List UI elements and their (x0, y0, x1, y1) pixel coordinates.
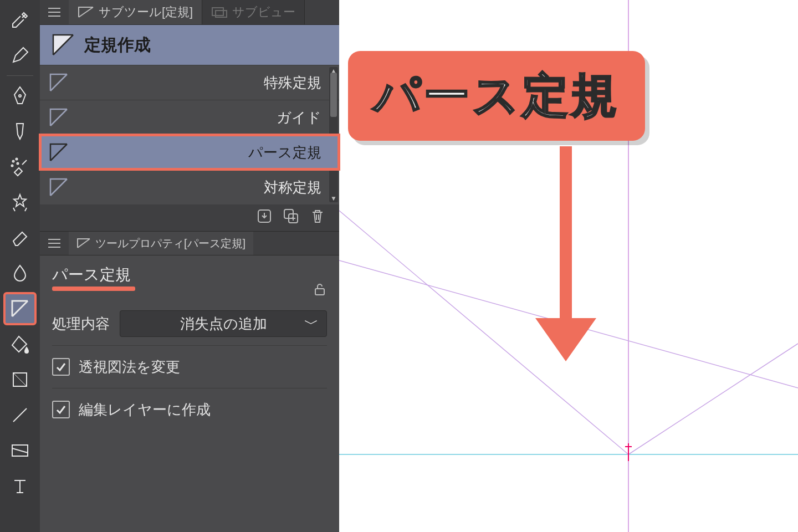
subtool-tab-row: サブツール[定規] サブビュー (40, 0, 339, 25)
fill-tool[interactable] (4, 329, 35, 360)
process-value: 消失点の追加 (180, 314, 267, 334)
toolproperty-body: パース定規 処理内容 消失点の追加 ﹀ 透視図法を変更 編集レイヤーに作成 (40, 255, 339, 532)
process-select[interactable]: 消失点の追加 ﹀ (120, 310, 327, 337)
svg-rect-8 (216, 11, 227, 17)
unlock-icon[interactable] (313, 282, 327, 300)
pen-tool[interactable] (4, 40, 35, 71)
decoration-tool[interactable] (4, 187, 35, 218)
subtool-item-perspective[interactable]: パース定規 (40, 135, 339, 170)
gradient-tool[interactable] (4, 364, 35, 395)
subtool-actions (40, 204, 339, 231)
separator (52, 345, 327, 346)
checkbox-create-on-edit-layer[interactable]: 編集レイヤーに作成 (52, 394, 327, 425)
tab-subview[interactable]: サブビュー (202, 0, 305, 24)
airbrush-tool[interactable] (4, 151, 35, 182)
subtool-item-label: 対称定規 (75, 178, 327, 197)
checkbox-change-perspective[interactable]: 透視図法を変更 (52, 351, 327, 382)
blend-tool[interactable] (4, 258, 35, 289)
svg-point-4 (17, 163, 19, 165)
subtool-item-guide[interactable]: ガイド (40, 100, 339, 135)
scroll-down-icon[interactable]: ▼ (329, 195, 338, 202)
subtool-item-label: パース定規 (75, 143, 327, 162)
annotation-callout: パース定規 (348, 51, 645, 141)
tab-subtool-label: サブツール[定規] (99, 4, 193, 21)
chevron-down-icon: ﹀ (304, 314, 319, 334)
ruler-tool[interactable] (4, 293, 35, 324)
subtool-group-label: 定規作成 (84, 34, 151, 57)
ruler-icon (49, 73, 69, 93)
svg-rect-7 (212, 8, 223, 16)
svg-point-1 (13, 161, 14, 162)
nib-tool[interactable] (4, 80, 35, 111)
marker-tool[interactable] (4, 116, 35, 147)
subtool-item-label: ガイド (75, 108, 327, 127)
checkbox-box (52, 358, 70, 376)
duplicate-subtool-icon[interactable] (283, 208, 299, 228)
delete-subtool-icon[interactable] (309, 208, 326, 228)
eyedropper-tool[interactable] (4, 4, 35, 35)
process-label: 処理内容 (52, 314, 110, 334)
subtool-item-label: 特殊定規 (75, 73, 327, 93)
separator (52, 388, 327, 388)
text-tool[interactable] (4, 470, 35, 502)
annotation-text: パース定規 (374, 69, 620, 121)
eraser-tool[interactable] (4, 222, 35, 253)
scroll-thumb[interactable] (330, 73, 337, 117)
subtool-item-symmetry[interactable]: 対称定規 (40, 170, 339, 204)
checkbox-label: 編集レイヤーに作成 (79, 400, 211, 420)
checkbox-label: 透視図法を変更 (79, 357, 180, 377)
tab-subtool[interactable]: サブツール[定規] (69, 0, 202, 24)
ruler-icon (49, 108, 69, 127)
ruler-icon (49, 177, 69, 197)
checkbox-box (52, 401, 70, 418)
ruler-icon (49, 142, 69, 162)
import-subtool-icon[interactable] (256, 208, 273, 228)
tool-strip (0, 0, 40, 532)
svg-point-2 (16, 158, 18, 160)
annotation-arrow (535, 146, 596, 362)
tab-subview-label: サブビュー (232, 4, 295, 21)
panel-menu-icon[interactable] (43, 1, 65, 23)
panel-menu-icon[interactable] (43, 232, 65, 254)
svg-point-3 (12, 165, 13, 167)
panel-column: サブツール[定規] サブビュー 定規作成 特殊定規 ガイド パース定規 (40, 0, 339, 532)
tab-toolproperty-label: ツールプロパティ[パース定規] (95, 236, 245, 251)
svg-line-17 (628, 344, 798, 454)
svg-rect-12 (315, 289, 324, 295)
tab-toolproperty[interactable]: ツールプロパティ[パース定規] (69, 232, 253, 255)
toolproperty-tab-row: ツールプロパティ[パース定規] (40, 231, 339, 255)
subtool-group-tab[interactable]: 定規作成 (40, 25, 339, 65)
svg-point-0 (19, 95, 21, 97)
process-row: 処理内容 消失点の追加 ﹀ (52, 308, 327, 340)
separator (7, 75, 33, 76)
frame-tool[interactable] (4, 435, 35, 466)
subtool-item-special[interactable]: 特殊定規 (40, 65, 339, 100)
subtool-list: 特殊定規 ガイド パース定規 対称定規 ▲ ▼ (40, 65, 339, 204)
line-tool[interactable] (4, 400, 35, 431)
